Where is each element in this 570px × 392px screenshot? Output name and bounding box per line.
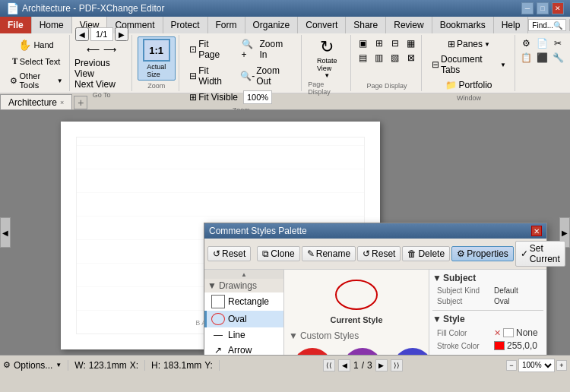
subject-section: ▼ Subject Subject Kind Default Subject O…	[432, 273, 543, 305]
doc-tab-close[interactable]: ×	[60, 99, 64, 106]
clone-icon: ⧉	[262, 248, 269, 259]
page-display-btn-2[interactable]: ⊞	[372, 36, 387, 50]
ribbon-group-tools: ✋ Hand 𝐓 Select Text ⚙ Other Tools ▼ Too…	[3, 35, 70, 91]
status-prev-page[interactable]: ◀	[338, 359, 350, 371]
page-display-btn-7[interactable]: ▧	[388, 51, 403, 65]
minimize-button[interactable]: ─	[521, 2, 534, 14]
tab-file[interactable]: File	[0, 17, 32, 33]
svg-point-0	[336, 280, 377, 309]
document-tabs-button[interactable]: ⊟Document Tabs▼	[428, 52, 510, 77]
rectangle-icon	[211, 295, 225, 308]
page-display-btn-5[interactable]: ▤	[356, 51, 371, 65]
custom-styles-header: ▼ Custom Styles	[289, 330, 424, 341]
style-item-oval[interactable]: Oval	[204, 311, 283, 327]
tab-home[interactable]: Home	[32, 17, 72, 33]
current-style-label: Current Style	[330, 315, 382, 324]
current-style-preview	[329, 274, 384, 315]
properties-panel: ▼ Subject Subject Kind Default Subject O…	[429, 270, 546, 355]
dimensions-section: W: 123.1mm X:	[74, 360, 145, 371]
style-section: ▼ Style Fill Color ✕ None S	[432, 314, 543, 355]
next-view-button[interactable]: Next View	[74, 79, 116, 90]
line-icon: —	[211, 330, 225, 340]
options-button[interactable]: Options...	[14, 360, 52, 371]
set-current-button[interactable]: ✓ Set Current	[515, 241, 565, 267]
tab-bookmarks[interactable]: Bookmarks	[432, 17, 494, 33]
fit-width-button[interactable]: ⊟Fit Width	[185, 63, 235, 89]
dialog-close-button[interactable]: ✕	[531, 226, 542, 236]
subject-row: Subject Oval	[432, 297, 543, 305]
status-last-page[interactable]: ⟩⟩	[391, 359, 403, 371]
hand-tool-button[interactable]: ✋ Hand	[6, 36, 67, 53]
ribbon-group-page-display: ▣ ⊞ ⊟ ▦ ▤ ▥ ▧ ⊠ Page Display	[353, 35, 422, 91]
swatch-red[interactable]: Red	[289, 344, 336, 355]
tab-form[interactable]: Form	[208, 17, 245, 33]
toolbar-icon-3[interactable]: ✂	[550, 36, 565, 50]
page-display-btn-3[interactable]: ⊟	[388, 36, 403, 50]
page-display-btn-8[interactable]: ⊠	[404, 51, 419, 65]
select-text-button[interactable]: 𝐓 Select Text	[6, 54, 67, 68]
status-first-page[interactable]: ⟨⟨	[323, 359, 335, 371]
fit-visible-button[interactable]: ⊞Fit Visible	[185, 90, 242, 105]
fit-page-button[interactable]: ⊡Fit Page	[185, 36, 236, 62]
tab-protect[interactable]: Protect	[163, 17, 208, 33]
delete-button[interactable]: 🗑 Delete	[402, 246, 450, 261]
other-tools-button[interactable]: ⚙ Other Tools ▼	[6, 69, 67, 92]
close-button[interactable]: ✕	[552, 2, 564, 14]
dialog-title: Comment Styles Palette	[209, 226, 307, 236]
toolbar-icon-5[interactable]: ⬛	[534, 51, 549, 65]
style-expand-icon: ▼	[432, 314, 442, 324]
status-next-page[interactable]: ▶	[375, 359, 388, 371]
custom-styles-grid: Red Purple Indigo Blue	[289, 344, 424, 355]
page-display-btn-4[interactable]: ▦	[404, 36, 419, 50]
stroke-color-row: Stroke Color 255,0,0	[432, 340, 543, 351]
tab-convert[interactable]: Convert	[298, 17, 346, 33]
subject-kind-value: Default	[494, 286, 518, 295]
toolbar-icon-2[interactable]: 📄	[534, 36, 549, 50]
page-prev-button[interactable]: ◀	[75, 27, 89, 41]
zoom-in-button[interactable]: 🔍+Zoom In	[238, 36, 297, 62]
zoom-select[interactable]: 100% 75% 50% 125% 150%	[518, 359, 555, 372]
page-display-btn-6[interactable]: ▥	[372, 51, 387, 65]
actual-size-button[interactable]: 1:1 ActualSize	[138, 36, 176, 81]
list-scroll-up[interactable]: ▲	[204, 270, 283, 279]
total-pages: 3	[367, 360, 372, 371]
rotate-view-button[interactable]: ↻ RotateView ▼	[308, 36, 346, 79]
maximize-button[interactable]: □	[537, 2, 549, 14]
page-input[interactable]	[90, 27, 113, 41]
toolbar-icon-6[interactable]: 🔧	[550, 51, 565, 65]
back-button[interactable]: ⟵	[86, 43, 101, 56]
nav-left-button[interactable]: ◀	[0, 217, 11, 248]
style-item-line[interactable]: — Line	[204, 327, 283, 343]
custom-styles-collapse-icon: ▼	[289, 330, 298, 341]
clone-button[interactable]: ⧉ Clone	[257, 246, 299, 261]
toolbar-icon-4[interactable]: 📋	[518, 51, 534, 65]
prev-view-button[interactable]: Previous View	[74, 58, 128, 79]
reset2-icon: ↺	[363, 248, 370, 259]
portfolio-button[interactable]: 📁Portfolio	[442, 77, 496, 93]
zoom-in-status[interactable]: +	[556, 360, 567, 371]
panes-button[interactable]: ⊞Panes▼	[444, 36, 494, 52]
reset-button[interactable]: ↺ Reset	[207, 246, 251, 261]
rename-button[interactable]: ✎ Rename	[302, 246, 356, 261]
doc-tab-architecture[interactable]: Architecture ×	[0, 94, 72, 109]
tab-share[interactable]: Share	[346, 17, 386, 33]
style-item-arrow[interactable]: ↗ Arrow	[204, 343, 283, 355]
tab-review[interactable]: Review	[386, 17, 432, 33]
zoom-out-button[interactable]: 🔍-Zoom Out	[236, 63, 296, 89]
swatch-purple[interactable]: Purple	[339, 344, 386, 355]
new-tab-button[interactable]: +	[74, 96, 87, 109]
style-item-rectangle[interactable]: Rectangle	[204, 292, 283, 311]
reset2-button[interactable]: ↺ Reset	[357, 246, 401, 261]
height-value: 183.1mm	[163, 360, 201, 371]
toolbar-icon-1[interactable]: ⚙	[518, 36, 534, 50]
titlebar: 📄 Architecture - PDF-XChange Editor ─ □ …	[0, 0, 570, 17]
subject-kind-row: Subject Kind Default	[432, 286, 543, 295]
page-next-button[interactable]: ▶	[115, 27, 128, 41]
page-display-btn-1[interactable]: ▣	[356, 36, 371, 50]
tab-help[interactable]: Help	[494, 17, 529, 33]
tab-organize[interactable]: Organize	[245, 17, 299, 33]
swatch-indigo[interactable]: Indigo	[389, 344, 429, 355]
zoom-out-status[interactable]: −	[506, 360, 517, 371]
properties-button[interactable]: ⚙ Properties	[451, 246, 514, 261]
forward-button[interactable]: ⟶	[103, 43, 118, 56]
